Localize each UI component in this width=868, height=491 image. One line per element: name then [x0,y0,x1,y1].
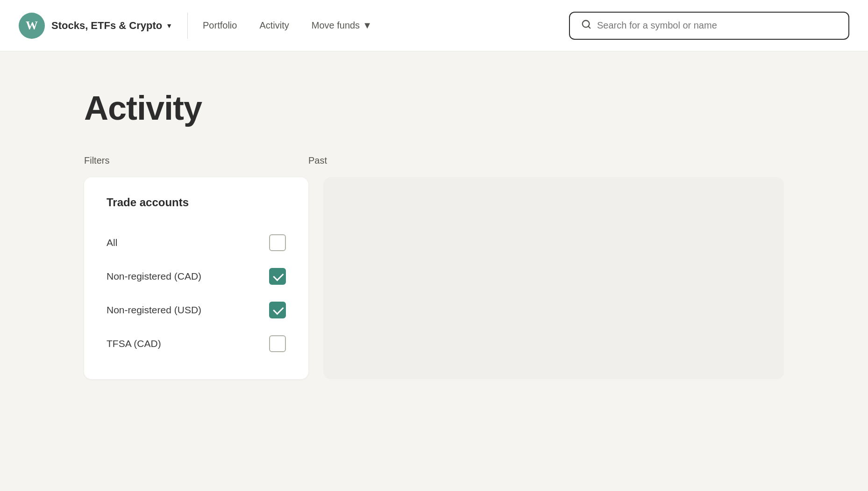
filter-label-tfsa-cad: TFSA (CAD) [107,338,161,349]
checkbox-non-reg-usd[interactable] [269,302,286,318]
nav-move-funds[interactable]: Move funds ▼ [312,20,372,31]
past-label: Past [308,155,327,166]
filter-card-title: Trade accounts [107,196,286,209]
nav-move-funds-label: Move funds [312,20,360,31]
right-content-area [323,177,784,379]
filter-item-tfsa-cad: TFSA (CAD) [107,327,286,361]
filter-item-non-reg-usd: Non-registered (USD) [107,293,286,327]
move-funds-chevron-icon: ▼ [363,20,372,31]
logo-area[interactable]: W Stocks, ETFs & Crypto ▼ [19,13,188,39]
search-area [569,12,849,40]
search-icon [581,19,591,32]
page-title: Activity [84,89,784,127]
brand-chevron-icon: ▼ [166,22,172,29]
logo-icon: W [19,13,45,39]
filter-label-non-reg-cad: Non-registered (CAD) [107,271,201,282]
content-area: Trade accounts All Non-registered (CAD) [84,177,784,379]
filter-item-non-reg-cad: Non-registered (CAD) [107,260,286,293]
search-input[interactable] [597,20,837,31]
nav-activity[interactable]: Activity [259,20,289,31]
filters-row: Filters Past [84,155,784,166]
checkbox-non-reg-cad[interactable] [269,268,286,285]
filter-label-non-reg-usd: Non-registered (USD) [107,304,201,316]
filter-label-all: All [107,237,117,248]
brand-dropdown[interactable]: Stocks, ETFs & Crypto ▼ [51,20,172,32]
header: W Stocks, ETFs & Crypto ▼ Portfolio Acti… [0,0,868,51]
svg-line-1 [588,26,590,28]
filter-card: Trade accounts All Non-registered (CAD) [84,177,308,379]
search-box[interactable] [569,12,849,40]
brand-label-text: Stocks, ETFs & Crypto [51,20,162,32]
checkbox-all[interactable] [269,234,286,251]
filters-label: Filters [84,155,308,166]
main-content: Activity Filters Past Trade accounts All… [0,51,868,407]
filter-item-all: All [107,226,286,260]
checkbox-tfsa-cad[interactable] [269,335,286,352]
nav-portfolio[interactable]: Portfolio [203,20,237,31]
nav-links: Portfolio Activity Move funds ▼ [203,20,569,31]
